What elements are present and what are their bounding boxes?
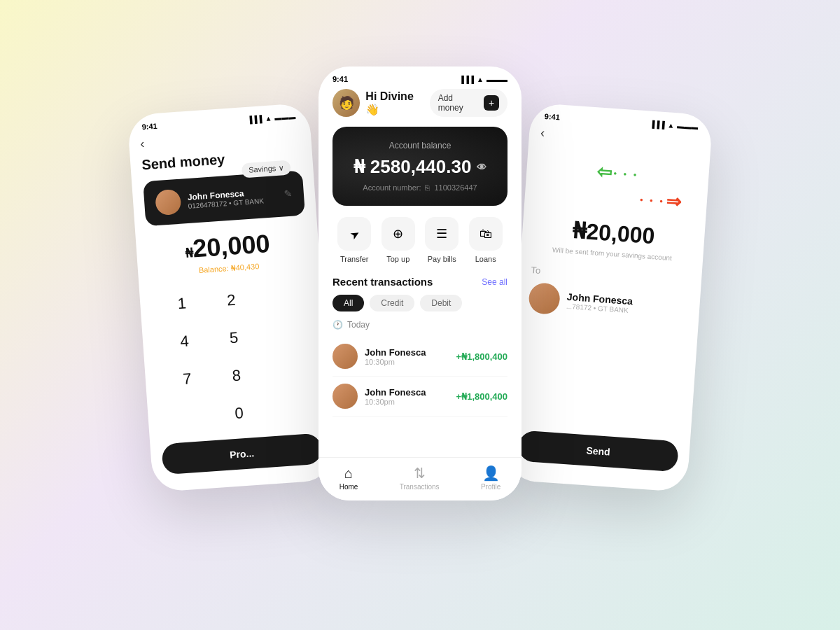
topup-icon-box: ⊕	[382, 217, 415, 251]
topup-icon: ⊕	[393, 226, 403, 241]
transfer-label: Transfer	[340, 255, 369, 263]
nav-transactions[interactable]: ⇅ Transactions	[400, 465, 440, 491]
copy-icon[interactable]: ⎘	[425, 183, 430, 192]
transaction-2-avatar	[332, 384, 358, 409]
transfer-icon-box: ➤	[337, 217, 371, 251]
nav-profile[interactable]: 👤 Profile	[481, 465, 500, 491]
left-recipient-avatar	[155, 189, 181, 216]
loans-label: Loans	[475, 255, 496, 263]
transfer-icon: ➤	[347, 226, 362, 242]
transaction-2-name: John Fonesca	[365, 387, 449, 398]
phone-left: 9:41 ▐▐▐ ▲ ▬▬▬ ‹ Savings ∨ Send money Jo…	[127, 103, 335, 493]
home-icon: ⌂	[344, 465, 353, 482]
balance-card-amount: ₦ 2580,440.30 👁	[346, 156, 493, 178]
transactions-icon: ⇅	[414, 465, 426, 482]
add-money-plus-icon: +	[484, 95, 499, 111]
bottom-nav: ⌂ Home ⇅ Transactions 👤 Profile	[318, 457, 522, 500]
see-all-link[interactable]: See all	[482, 277, 507, 287]
left-recipient-card: John Fonesca 0126478172 • GT BANK ✎	[143, 170, 305, 226]
right-content: ‹ ⇦ • • • • • • ⇒ ₦20,000 Will be sent f…	[517, 122, 711, 325]
action-topup[interactable]: ⊕ Top up	[382, 217, 415, 263]
transaction-1-name: John Fonesca	[365, 347, 449, 358]
filter-tabs: All Credit Debit	[332, 295, 507, 312]
arrow-left-green: ⇦	[596, 161, 612, 183]
numpad-1[interactable]: 1	[156, 284, 208, 325]
numpad-7[interactable]: 7	[161, 358, 213, 400]
nav-home[interactable]: ⌂ Home	[340, 465, 358, 491]
numpad-8[interactable]: 8	[211, 355, 262, 396]
to-label: To	[531, 265, 690, 286]
balance-card-label: Account balance	[346, 141, 493, 150]
paybills-label: Pay bills	[428, 255, 456, 263]
account-number-row: Account number: ⎘ 1100326447	[346, 183, 493, 192]
filter-all[interactable]: All	[332, 295, 364, 312]
left-back-button[interactable]: ‹	[139, 134, 145, 157]
send-button[interactable]: Send	[517, 430, 679, 472]
greeting-row: 🧑 Hi Divine 👋 Add money +	[332, 86, 507, 117]
right-recipient-info: John Fonesca ...78172 • GT BANK	[566, 290, 634, 314]
center-status-bar: 9:41 ▐▐▐ ▲ ▬▬▬	[318, 66, 522, 86]
right-recipient-card: John Fonesca ...78172 • GT BANK	[528, 282, 690, 324]
profile-label: Profile	[481, 483, 500, 491]
left-recipient-info: John Fonesca 0126478172 • GT BANK	[187, 187, 264, 210]
dots-green: • • •	[613, 168, 639, 180]
paybills-icon: ☰	[436, 226, 447, 241]
topup-label: Top up	[386, 255, 410, 263]
dots-red: • • •	[639, 195, 665, 206]
user-avatar: 🧑	[332, 89, 360, 117]
arrow-right-red: ⇒	[666, 190, 682, 213]
today-label: 🕐 Today	[332, 320, 507, 330]
left-amount-value: 20,000	[192, 229, 271, 263]
transaction-row-2[interactable]: John Fonesca 10:30pm +₦1,800,400	[332, 377, 507, 416]
clock-icon: 🕐	[332, 320, 343, 330]
transfer-visual: ⇦ • • • • • • ⇒	[536, 158, 698, 215]
left-proceed-button[interactable]: Pro...	[161, 433, 323, 475]
transaction-1-amount: +₦1,800,400	[456, 351, 507, 362]
right-recipient-avatar	[528, 282, 561, 315]
filter-credit[interactable]: Credit	[370, 295, 414, 312]
numpad-2[interactable]: 2	[205, 280, 257, 321]
phones-container: 9:41 ▐▐▐ ▲ ▬▬▬ ‹ Savings ∨ Send money Jo…	[105, 52, 735, 578]
add-money-button[interactable]: Add money +	[430, 89, 507, 117]
balance-card: Account balance ₦ 2580,440.30 👁 Account …	[332, 127, 507, 206]
actions-row: ➤ Transfer ⊕ Top up ☰ Pay bills	[332, 217, 507, 263]
left-time: 9:41	[141, 122, 158, 132]
transaction-1-info: John Fonesca 10:30pm	[365, 347, 449, 366]
left-content: ‹ Savings ∨ Send money John Fonesca 0126…	[128, 122, 331, 439]
numpad-4[interactable]: 4	[158, 321, 210, 362]
paybills-icon-box: ☰	[425, 217, 458, 251]
profile-icon: 👤	[482, 465, 500, 482]
home-label: Home	[340, 483, 358, 491]
left-status-icons: ▐▐▐ ▲ ▬▬▬	[247, 112, 296, 123]
numpad-empty	[164, 396, 216, 438]
action-paybills[interactable]: ☰ Pay bills	[425, 217, 458, 263]
arrow-row-red: • • • ⇒	[639, 189, 682, 214]
eye-icon[interactable]: 👁	[477, 162, 486, 173]
greeting-left: 🧑 Hi Divine 👋	[332, 89, 430, 117]
loans-icon-box: 🛍	[469, 217, 503, 251]
center-content: 🧑 Hi Divine 👋 Add money + Account balanc…	[318, 86, 522, 416]
transaction-2-info: John Fonesca 10:30pm	[365, 387, 449, 406]
transaction-2-time: 10:30pm	[365, 398, 449, 406]
numpad: 1 2 3 4 5 6 7 8 9 0 ⌫	[150, 276, 321, 438]
action-loans[interactable]: 🛍 Loans	[469, 217, 503, 263]
right-status-icons: ▐▐▐ ▲ ▬▬▬	[650, 120, 699, 131]
transaction-1-avatar	[332, 344, 358, 369]
numpad-5[interactable]: 5	[208, 317, 260, 358]
arrow-row-green: ⇦ • • •	[596, 161, 639, 186]
transaction-row-1[interactable]: John Fonesca 10:30pm +₦1,800,400	[332, 337, 507, 377]
transaction-2-amount: +₦1,800,400	[456, 391, 507, 402]
edit-icon[interactable]: ✎	[284, 188, 293, 200]
phone-center: 9:41 ▐▐▐ ▲ ▬▬▬ 🧑 Hi Divine 👋 Add money +	[318, 66, 522, 500]
transactions-header: Recent transactions See all	[332, 276, 507, 288]
action-transfer[interactable]: ➤ Transfer	[337, 217, 371, 263]
phone-right: 9:41 ▐▐▐ ▲ ▬▬▬ ‹ ⇦ • • • • • • ⇒	[505, 103, 713, 493]
greeting-text: Hi Divine 👋	[365, 90, 429, 116]
transaction-1-time: 10:30pm	[365, 358, 449, 366]
center-time: 9:41	[332, 75, 348, 83]
transactions-label: Transactions	[400, 483, 440, 491]
filter-debit[interactable]: Debit	[420, 295, 462, 312]
center-status-icons: ▐▐▐ ▲ ▬▬▬	[459, 76, 507, 83]
right-time: 9:41	[544, 112, 560, 122]
numpad-0[interactable]: 0	[213, 393, 265, 434]
